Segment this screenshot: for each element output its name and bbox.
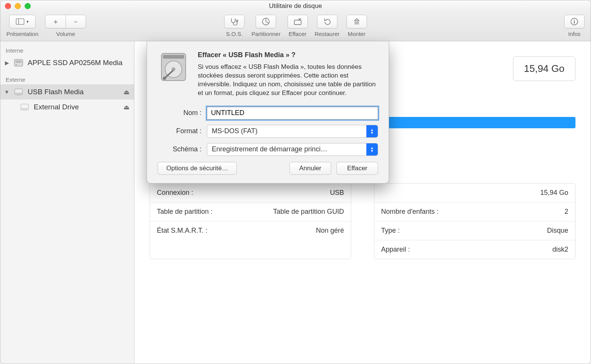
info-row: Nombre d'enfants : 2 bbox=[374, 202, 575, 221]
svg-rect-4 bbox=[294, 20, 301, 25]
restore-button[interactable] bbox=[317, 15, 337, 28]
presentation-label: Présentation bbox=[6, 31, 38, 37]
info-key: Connexion : bbox=[157, 189, 193, 197]
name-input[interactable] bbox=[207, 107, 378, 120]
mount-icon bbox=[353, 17, 360, 26]
info-value: Table de partition GUID bbox=[273, 208, 344, 216]
volume-icon bbox=[19, 102, 30, 112]
format-label: Format : bbox=[158, 127, 207, 135]
format-select-value: MS-DOS (FAT) bbox=[212, 127, 258, 135]
dialog-title: Effacer « USB Flash Media » ? bbox=[198, 51, 378, 59]
erase-label: Effacer bbox=[289, 31, 306, 37]
info-button[interactable] bbox=[564, 15, 585, 28]
partition-label: Partitionner bbox=[252, 31, 281, 37]
svg-rect-16 bbox=[163, 55, 184, 59]
svg-point-6 bbox=[574, 20, 575, 20]
mount-button[interactable] bbox=[346, 15, 367, 28]
info-label: Infos bbox=[568, 31, 581, 37]
svg-rect-12 bbox=[15, 93, 22, 95]
eject-icon[interactable]: ⏏ bbox=[124, 103, 130, 111]
format-select[interactable]: MS-DOS (FAT) ▲▼ bbox=[207, 125, 378, 138]
svg-point-2 bbox=[236, 20, 238, 22]
info-key: Table de partition : bbox=[157, 208, 213, 216]
sidebar-section-internal: Interne bbox=[0, 45, 134, 55]
sidebar: Interne ▶ APPLE SSD AP0256M Media Extern… bbox=[0, 41, 134, 364]
sidebar-item-label: USB Flash Media bbox=[28, 88, 84, 96]
restore-label: Restaurer bbox=[314, 31, 339, 37]
confirm-erase-button[interactable]: Effacer bbox=[336, 162, 378, 175]
minus-icon: － bbox=[72, 17, 79, 26]
sidebar-item-label: APPLE SSD AP0256M Media bbox=[28, 59, 122, 67]
dialog-description: Si vous effacez « USB Flash Media », tou… bbox=[198, 63, 378, 98]
info-key: Type : bbox=[381, 227, 400, 235]
svg-rect-0 bbox=[16, 19, 24, 25]
sos-button[interactable] bbox=[224, 15, 245, 28]
sidebar-item-internal-ssd[interactable]: ▶ APPLE SSD AP0256M Media bbox=[0, 55, 134, 70]
presentation-button[interactable]: ▾ bbox=[9, 15, 36, 28]
erase-button[interactable] bbox=[287, 15, 308, 28]
erase-icon bbox=[293, 18, 302, 25]
toolbar: ▾ Présentation ＋ － Volume S.O.S. bbox=[0, 12, 591, 41]
titlebar: Utilitaire de disque bbox=[0, 0, 591, 12]
external-disk-icon bbox=[13, 87, 24, 97]
svg-point-19 bbox=[163, 77, 166, 80]
sidebar-item-label: External Drive bbox=[34, 103, 79, 111]
sidebar-layout-icon bbox=[16, 19, 24, 25]
info-value: 15,94 Go bbox=[540, 189, 568, 197]
svg-point-10 bbox=[16, 64, 17, 65]
info-row: État S.M.A.R.T. : Non géré bbox=[150, 221, 351, 240]
svg-rect-9 bbox=[16, 61, 22, 63]
info-row: Connexion : USB bbox=[150, 184, 351, 202]
svg-rect-7 bbox=[574, 21, 575, 23]
select-caret-icon: ▲▼ bbox=[366, 143, 378, 156]
volume-label: Volume bbox=[56, 31, 75, 37]
info-column-right: 15,94 Go Nombre d'enfants : 2 Type : Dis… bbox=[374, 183, 575, 259]
chevron-down-icon: ▾ bbox=[27, 19, 29, 24]
info-value: USB bbox=[330, 189, 344, 197]
info-row: Appareil : disk2 bbox=[374, 240, 575, 259]
info-key: Appareil : bbox=[381, 246, 410, 254]
volume-remove-button[interactable]: － bbox=[66, 15, 86, 28]
scheme-label: Schéma : bbox=[158, 145, 207, 153]
info-key: État S.M.A.R.T. : bbox=[157, 227, 207, 235]
disclosure-down-icon: ▼ bbox=[4, 89, 9, 95]
scheme-select-value: Enregistrement de démarrage princi… bbox=[212, 145, 327, 153]
mount-label: Monter bbox=[348, 31, 366, 37]
info-value: disk2 bbox=[552, 246, 568, 254]
sidebar-item-external-drive[interactable]: External Drive ⏏ bbox=[0, 100, 134, 115]
plus-icon: ＋ bbox=[52, 17, 59, 26]
hard-drive-icon bbox=[158, 51, 189, 83]
info-value: Disque bbox=[547, 227, 568, 235]
info-row: Table de partition : Table de partition … bbox=[150, 202, 351, 221]
sidebar-section-external: Externe bbox=[0, 74, 134, 84]
partition-button[interactable] bbox=[256, 15, 276, 28]
scheme-select[interactable]: Enregistrement de démarrage princi… ▲▼ bbox=[207, 143, 378, 156]
info-value: Non géré bbox=[316, 227, 344, 235]
cancel-button[interactable]: Annuler bbox=[289, 162, 331, 175]
pie-chart-icon bbox=[262, 17, 270, 26]
name-label: Nom : bbox=[158, 109, 207, 117]
window-title: Utilitaire de disque bbox=[0, 2, 591, 10]
erase-dialog: Effacer « USB Flash Media » ? Si vous ef… bbox=[147, 41, 389, 184]
sos-label: S.O.S. bbox=[226, 31, 243, 37]
info-icon bbox=[570, 17, 578, 26]
restore-icon bbox=[323, 17, 331, 26]
volume-add-button[interactable]: ＋ bbox=[45, 15, 66, 28]
internal-disk-icon bbox=[13, 58, 24, 68]
info-row: 15,94 Go bbox=[374, 184, 575, 202]
info-row: Type : Disque bbox=[374, 221, 575, 240]
select-caret-icon: ▲▼ bbox=[366, 125, 378, 137]
security-options-button[interactable]: Options de sécurité… bbox=[158, 162, 237, 175]
info-value: 2 bbox=[564, 208, 568, 216]
svg-rect-14 bbox=[21, 108, 28, 110]
disclosure-right-icon: ▶ bbox=[4, 60, 9, 66]
capacity-badge: 15,94 Go bbox=[513, 56, 575, 81]
stethoscope-icon bbox=[230, 18, 239, 25]
info-key: Nombre d'enfants : bbox=[381, 208, 439, 216]
eject-icon[interactable]: ⏏ bbox=[124, 88, 130, 96]
info-column-left: Connexion : USB Table de partition : Tab… bbox=[150, 183, 351, 259]
sidebar-item-usb-flash-media[interactable]: ▼ USB Flash Media ⏏ bbox=[0, 84, 134, 100]
